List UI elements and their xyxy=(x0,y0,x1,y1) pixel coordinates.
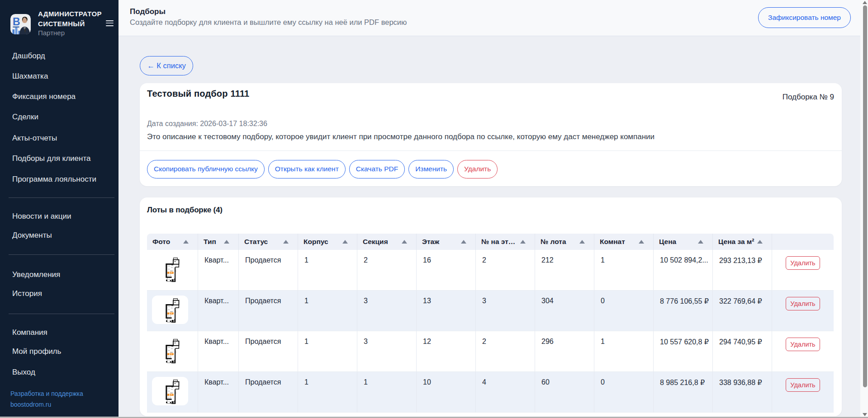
svg-text:В: В xyxy=(13,16,20,28)
